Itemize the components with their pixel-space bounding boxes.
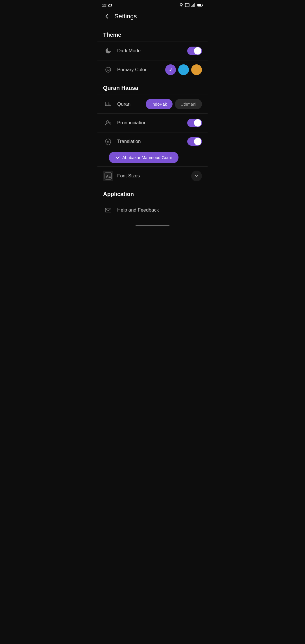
- quran-hausa-section: Quran Hausa Quran IndoPak Uthmani: [97, 79, 208, 185]
- theme-section: Theme Dark Mode Primary Color: [97, 26, 208, 79]
- svg-rect-1: [181, 6, 182, 6]
- application-section: Application Help and Feedback: [97, 185, 208, 219]
- font-sizes-label: Font Sizes: [117, 173, 191, 179]
- translation-row: 翻 Translation: [97, 132, 208, 151]
- svg-point-13: [109, 69, 110, 69]
- indopak-button[interactable]: IndoPak: [146, 99, 173, 109]
- svg-point-11: [106, 67, 111, 72]
- color-orange[interactable]: [191, 64, 202, 75]
- svg-text:Aa: Aa: [106, 174, 111, 179]
- translator-name: Abubakar Mahmoud Gumi: [122, 155, 172, 160]
- svg-rect-5: [193, 5, 193, 7]
- quran-hausa-section-label: Quran Hausa: [97, 79, 208, 95]
- top-bar: Settings: [97, 9, 208, 26]
- pronunciation-icon: [103, 118, 113, 128]
- status-icons: [179, 3, 203, 7]
- page-title: Settings: [114, 13, 137, 20]
- svg-rect-3: [185, 3, 189, 7]
- status-bar: 12:23: [97, 0, 208, 9]
- font-sizes-dropdown[interactable]: [191, 171, 202, 181]
- theme-section-label: Theme: [97, 26, 208, 42]
- translation-label: Translation: [117, 139, 187, 144]
- svg-text:翻: 翻: [107, 140, 109, 143]
- svg-point-0: [180, 3, 182, 6]
- envelope-icon: [103, 205, 113, 215]
- home-indicator: [136, 225, 169, 226]
- svg-rect-2: [181, 6, 182, 6]
- translator-button[interactable]: Abubakar Mahmoud Gumi: [109, 152, 178, 163]
- status-time: 12:23: [102, 3, 112, 7]
- svg-rect-9: [202, 5, 203, 6]
- color-blue[interactable]: [178, 64, 189, 75]
- quran-label: Quran: [117, 101, 146, 107]
- book-icon: [103, 99, 113, 109]
- primary-color-label: Primary Color: [117, 67, 165, 73]
- portrait-icon: [185, 3, 189, 7]
- svg-rect-10: [198, 4, 201, 6]
- svg-rect-4: [191, 6, 192, 7]
- font-sizes-icon: Aa: [103, 171, 113, 181]
- svg-rect-20: [105, 208, 111, 212]
- help-feedback-label: Help and Feedback: [117, 207, 202, 213]
- svg-point-16: [106, 121, 109, 123]
- quran-row: Quran IndoPak Uthmani: [97, 95, 208, 113]
- dark-mode-toggle[interactable]: [187, 47, 202, 55]
- translation-toggle[interactable]: [187, 137, 202, 146]
- dark-mode-row: Dark Mode: [97, 42, 208, 60]
- help-feedback-row[interactable]: Help and Feedback: [97, 201, 208, 219]
- translation-selector-row: Abubakar Mahmoud Gumi: [97, 152, 208, 163]
- svg-point-12: [107, 69, 108, 69]
- battery-icon: [197, 3, 203, 7]
- primary-color-row: Primary Color: [97, 60, 208, 79]
- palette-icon: [103, 65, 113, 75]
- dark-mode-label: Dark Mode: [117, 48, 187, 54]
- signal-icon: [191, 3, 196, 7]
- color-purple[interactable]: [165, 64, 176, 75]
- translate-icon: 翻: [103, 136, 113, 147]
- moon-icon: [103, 46, 113, 56]
- checkmark-icon: [116, 155, 120, 160]
- svg-rect-7: [195, 3, 195, 7]
- font-sizes-row[interactable]: Aa Font Sizes: [97, 166, 208, 185]
- notification-icon: [179, 3, 183, 7]
- uthmani-button[interactable]: Uthmani: [175, 99, 202, 109]
- pronunciation-toggle[interactable]: [187, 119, 202, 127]
- pronunciation-row: Pronunciation: [97, 114, 208, 132]
- svg-rect-6: [193, 4, 194, 7]
- pronunciation-label: Pronunciation: [117, 120, 187, 126]
- color-options: [165, 64, 202, 75]
- back-button[interactable]: [102, 11, 112, 21]
- application-section-label: Application: [97, 185, 208, 201]
- quran-style-buttons: IndoPak Uthmani: [146, 99, 202, 109]
